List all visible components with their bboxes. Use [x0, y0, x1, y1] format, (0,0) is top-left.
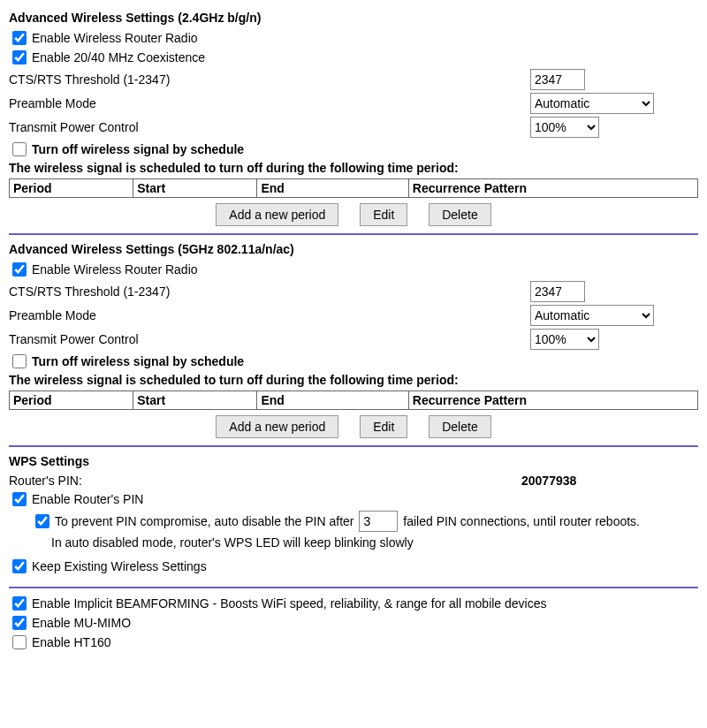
- router-pin-value: 20077938: [521, 474, 576, 488]
- tx-24-select[interactable]: 100%: [530, 117, 599, 138]
- edit-period-5-button[interactable]: Edit: [360, 415, 407, 438]
- col-start: Start: [133, 179, 257, 198]
- delete-period-24-button[interactable]: Delete: [429, 203, 490, 226]
- turnoff-24-label: Turn off wireless signal by schedule: [32, 141, 244, 157]
- enable-radio-5-checkbox[interactable]: [12, 262, 27, 277]
- col-end: End: [257, 179, 408, 198]
- autodisable-pre: To prevent PIN compromise, auto disable …: [55, 514, 354, 528]
- tx-24-label: Transmit Power Control: [9, 120, 530, 134]
- schedule-24-table: Period Start End Recurrence Pattern: [9, 178, 698, 198]
- col-recurrence: Recurrence Pattern: [408, 391, 697, 410]
- schedule-5-table: Period Start End Recurrence Pattern: [9, 391, 698, 410]
- enable-coex-24-checkbox[interactable]: [12, 50, 27, 64]
- cts-5-label: CTS/RTS Threshold (1-2347): [9, 284, 530, 299]
- add-period-5-button[interactable]: Add a new period: [216, 415, 338, 438]
- divider: [9, 587, 698, 588]
- enable-radio-24-checkbox[interactable]: [12, 31, 27, 45]
- cts-24-input[interactable]: [530, 69, 585, 90]
- col-period: Period: [10, 391, 133, 410]
- divider: [9, 233, 698, 235]
- cts-5-input[interactable]: [530, 281, 585, 302]
- preamble-5-select[interactable]: Automatic: [530, 305, 654, 326]
- keep-settings-label: Keep Existing Wireless Settings: [32, 558, 207, 574]
- enable-coex-24-label: Enable 20/40 MHz Coexistence: [32, 49, 205, 65]
- sched-5-text: The wireless signal is scheduled to turn…: [9, 373, 698, 387]
- ht160-label: Enable HT160: [32, 634, 111, 650]
- autodisable-count-input[interactable]: [359, 511, 398, 532]
- beamforming-checkbox[interactable]: [12, 596, 27, 610]
- enable-radio-5-label: Enable Wireless Router Radio: [32, 262, 198, 277]
- autodisable-pin-checkbox[interactable]: [35, 514, 49, 528]
- add-period-24-button[interactable]: Add a new period: [216, 203, 338, 226]
- turnoff-5-label: Turn off wireless signal by schedule: [32, 353, 244, 369]
- keep-settings-checkbox[interactable]: [12, 559, 27, 573]
- router-pin-label: Router's PIN:: [9, 474, 521, 488]
- divider: [9, 445, 698, 447]
- tx-5-label: Transmit Power Control: [9, 332, 530, 346]
- enable-radio-24-label: Enable Wireless Router Radio: [32, 30, 198, 46]
- section-title-5ghz: Advanced Wireless Settings (5GHz 802.11a…: [9, 242, 698, 256]
- delete-period-5-button[interactable]: Delete: [429, 415, 490, 438]
- preamble-24-label: Preamble Mode: [9, 96, 530, 110]
- sched-24-text: The wireless signal is scheduled to turn…: [9, 161, 698, 175]
- enable-pin-checkbox[interactable]: [12, 492, 27, 506]
- cts-24-label: CTS/RTS Threshold (1-2347): [9, 72, 530, 87]
- autodisable-note: In auto disabled mode, router's WPS LED …: [51, 535, 698, 550]
- turnoff-5-checkbox[interactable]: [12, 354, 27, 368]
- preamble-24-select[interactable]: Automatic: [530, 93, 654, 114]
- col-recurrence: Recurrence Pattern: [408, 179, 697, 198]
- edit-period-24-button[interactable]: Edit: [360, 203, 407, 226]
- col-start: Start: [133, 391, 257, 410]
- col-end: End: [257, 391, 408, 410]
- section-title-wps: WPS Settings: [9, 454, 698, 468]
- col-period: Period: [10, 179, 133, 198]
- mumimo-checkbox[interactable]: [12, 616, 27, 630]
- preamble-5-label: Preamble Mode: [9, 308, 530, 322]
- mumimo-label: Enable MU-MIMO: [32, 615, 131, 631]
- autodisable-post: failed PIN connections, until router reb…: [403, 514, 640, 528]
- turnoff-24-checkbox[interactable]: [12, 142, 27, 156]
- tx-5-select[interactable]: 100%: [530, 329, 599, 350]
- ht160-checkbox[interactable]: [12, 635, 27, 649]
- section-title-24ghz: Advanced Wireless Settings (2.4GHz b/g/n…: [9, 11, 698, 25]
- beamforming-label: Enable Implicit BEAMFORMING - Boosts WiF…: [32, 595, 547, 611]
- enable-pin-label: Enable Router's PIN: [32, 491, 143, 507]
